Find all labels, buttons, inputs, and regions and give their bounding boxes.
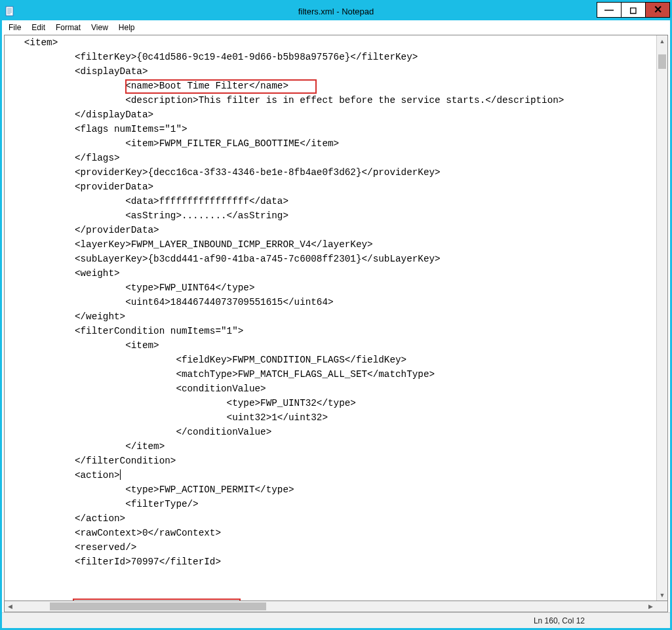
- scroll-right-arrow[interactable]: ▶: [645, 601, 656, 612]
- menu-edit[interactable]: Edit: [26, 22, 50, 33]
- close-icon: ✕: [654, 5, 662, 15]
- minimize-button[interactable]: —: [597, 2, 622, 18]
- notepad-icon: [5, 6, 15, 16]
- horizontal-scrollbar[interactable]: ◀ ▶: [4, 601, 668, 612]
- cursor-position: Ln 160, Col 12: [534, 616, 670, 625]
- statusbar: Ln 160, Col 12: [2, 612, 670, 628]
- text-editor[interactable]: <item> <filterKey>{0c41d586-9c19-4e01-9d…: [5, 35, 656, 600]
- titlebar[interactable]: filters.xml - Notepad — ◻ ✕: [2, 2, 670, 20]
- minimize-icon: —: [604, 5, 614, 14]
- window-controls: — ◻ ✕: [597, 2, 670, 18]
- vertical-scrollbar[interactable]: ▲ ▼: [656, 35, 667, 600]
- vertical-scroll-thumb[interactable]: [658, 54, 666, 69]
- vertical-scroll-track[interactable]: [657, 47, 667, 589]
- highlight-box: [125, 79, 317, 94]
- scroll-corner: [656, 601, 667, 612]
- scroll-up-arrow[interactable]: ▲: [657, 35, 667, 47]
- client-area: <item> <filterKey>{0c41d586-9c19-4e01-9d…: [4, 35, 668, 601]
- window-title: filters.xml - Notepad: [2, 7, 670, 16]
- close-button[interactable]: ✕: [645, 2, 670, 18]
- menubar: File Edit Format View Help: [2, 20, 670, 35]
- app-window: filters.xml - Notepad — ◻ ✕ File Edit Fo…: [0, 0, 672, 630]
- horizontal-scroll-thumb[interactable]: [50, 602, 266, 610]
- menu-view[interactable]: View: [86, 22, 113, 33]
- menu-help[interactable]: Help: [113, 22, 140, 33]
- highlight-box: [73, 599, 241, 600]
- maximize-icon: ◻: [629, 5, 637, 14]
- scroll-down-arrow[interactable]: ▼: [657, 589, 667, 600]
- menu-file[interactable]: File: [3, 22, 26, 33]
- menu-format[interactable]: Format: [50, 22, 86, 33]
- scroll-left-arrow[interactable]: ◀: [5, 601, 16, 612]
- horizontal-scroll-track[interactable]: [16, 601, 645, 612]
- maximize-button[interactable]: ◻: [621, 2, 646, 18]
